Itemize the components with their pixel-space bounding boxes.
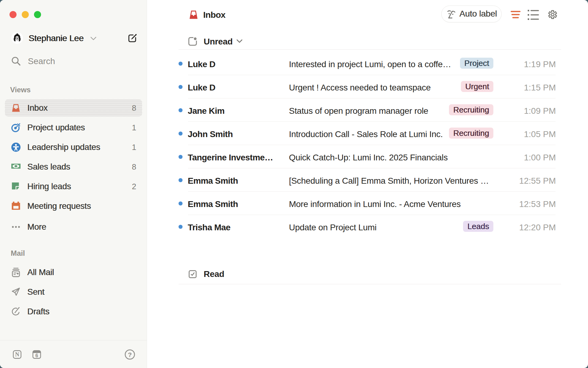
svg-text:N: N [15, 351, 19, 358]
svg-text:6: 6 [36, 353, 38, 358]
svg-text:?: ? [128, 351, 132, 358]
